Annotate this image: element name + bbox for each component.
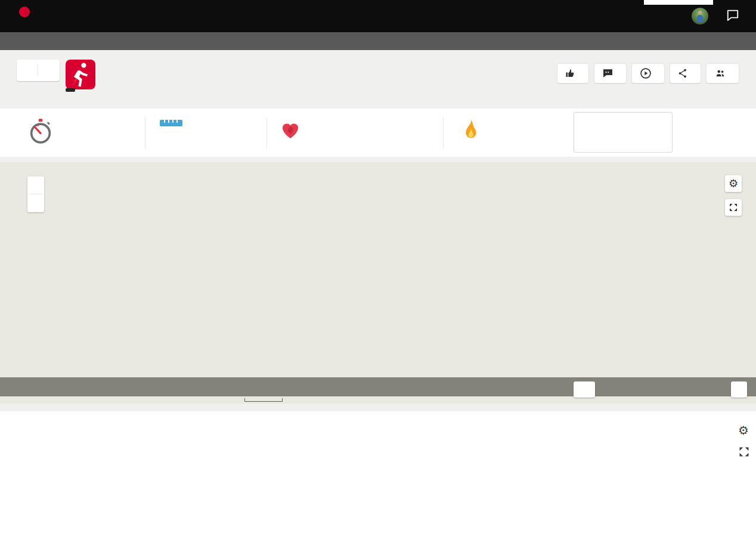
- expand-icon: [738, 446, 750, 458]
- map-scale-bar: [244, 398, 283, 402]
- distance-ruler-icon: [160, 119, 182, 126]
- prev-next-control: [17, 60, 60, 81]
- divider: [443, 117, 444, 148]
- divider: [145, 117, 145, 148]
- zoom-out-button[interactable]: [27, 194, 44, 212]
- top-nav-bar: [0, 0, 756, 32]
- map-settings-button[interactable]: ⚙: [725, 175, 742, 192]
- play-circle-icon: [640, 67, 652, 79]
- hr-pace-cadence-chart[interactable]: [0, 411, 554, 546]
- replay-route-button[interactable]: [631, 63, 665, 83]
- gear-icon: ⚙: [729, 177, 738, 190]
- comment-icon: [602, 68, 614, 79]
- polar-logo[interactable]: [18, 7, 32, 17]
- map-zoom-control: [27, 176, 44, 212]
- like-button[interactable]: [557, 63, 589, 83]
- training-chart-panel: ⚙: [0, 411, 756, 546]
- training-benefit-box[interactable]: [574, 112, 673, 153]
- add-route-favorite-button[interactable]: [574, 381, 595, 398]
- share-button[interactable]: [670, 63, 701, 83]
- divider: [38, 64, 38, 76]
- dropdown-artifact: [644, 0, 713, 5]
- phase-split-badge: [66, 88, 75, 92]
- hr-zones-panel: [557, 435, 754, 443]
- thumbs-up-icon: [565, 68, 576, 79]
- readers-button[interactable]: [706, 63, 739, 83]
- flame-icon: [463, 118, 479, 144]
- zoom-in-button[interactable]: [27, 176, 44, 194]
- close-prompt-button[interactable]: [731, 381, 747, 398]
- summary-stats-bar: [0, 108, 756, 157]
- activity-actions: [557, 63, 739, 83]
- share-icon: [678, 68, 688, 79]
- chart-fullscreen-button[interactable]: [738, 446, 750, 460]
- map-canvas: [0, 162, 756, 404]
- route-map[interactable]: ⚙: [0, 162, 756, 404]
- diary-sub-nav: [0, 32, 756, 50]
- logo-red-o-icon: [19, 7, 30, 17]
- heart-icon: [280, 120, 300, 142]
- divider: [267, 117, 267, 148]
- expand-icon: [729, 203, 738, 212]
- map-attribution: [0, 396, 756, 404]
- chat-icon[interactable]: [726, 8, 739, 24]
- running-sport-icon: [66, 60, 95, 89]
- user-area: [686, 0, 739, 32]
- avatar[interactable]: [692, 8, 708, 24]
- readers-people-icon: [714, 68, 726, 79]
- comments-button[interactable]: [594, 63, 627, 83]
- map-fullscreen-button[interactable]: [725, 199, 742, 216]
- stopwatch-icon: [29, 118, 52, 148]
- route-favorite-prompt-bar: [0, 377, 756, 396]
